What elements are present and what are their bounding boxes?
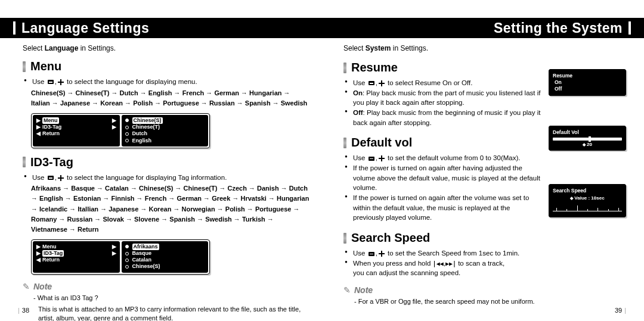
radio-icon: [125, 252, 129, 255]
right-body: Resume Use , to select Resume On or Off.…: [343, 52, 626, 308]
section-mark-icon: [23, 61, 26, 72]
id3-language-chain: Afrikaans → Basque → Catalan → Chinese(S…: [23, 183, 310, 234]
manual-spread: Language Settings Select Language in Set…: [0, 0, 644, 321]
section-mark-icon: [343, 233, 346, 244]
resume-lcd: Resume On Off: [549, 69, 626, 96]
section-defaultvol-title: Default vol: [343, 136, 541, 149]
header-pipe-icon: [628, 21, 631, 35]
menu-bullet-1: Use , to select the language for display…: [24, 77, 310, 87]
header-bar-right: Setting the System: [322, 18, 644, 38]
lcd-menu-left: ▶Menu▶ ▶ID3-Tag▶ ◀Return: [33, 115, 120, 147]
plus-icon: [379, 155, 385, 161]
radio-icon: [125, 119, 129, 122]
resume-bullets: Use , to select Resume On or Off. On: Pl…: [343, 78, 541, 127]
lcd-id3-right: Afrikaans Basque Catalan Chinese(S): [122, 241, 209, 273]
id3-lcd-display: ▶Menu▶ ▶ID3-Tag▶ ◀Return Afrikaans Basqu…: [31, 239, 210, 275]
pencil-icon: ✎: [343, 285, 351, 295]
section-id3-title: ID3-Tag: [23, 155, 310, 169]
page-number-right: 39|: [615, 307, 626, 314]
header-title-left: Language Settings: [21, 20, 149, 36]
header-title-right: Setting the System: [494, 20, 623, 36]
searchspeed-lcd: Search Speed Value : 10sec: [549, 184, 626, 217]
subtext-left: Select Language in Settings.: [23, 44, 310, 52]
id3-bullet-1: Use , to select the language for display…: [24, 173, 310, 183]
rewind-icon: |◀◀: [433, 260, 444, 267]
radio-icon: [125, 245, 129, 248]
minus-icon: [369, 81, 374, 85]
fastforward-icon: ▶▶|: [445, 260, 456, 267]
section-mark-icon: [343, 138, 346, 148]
section-mark-icon: [343, 63, 346, 73]
section-menu-title: Menu: [23, 60, 310, 73]
minus-icon: [48, 176, 54, 180]
note-block-left: ✎ Note: [23, 282, 310, 291]
right-screens-column: Resume On Off Default Vol 20 Search Spee…: [549, 52, 626, 308]
updown-icon: [570, 195, 574, 201]
page-number-left: |38: [18, 307, 29, 314]
page-right: Setting the System Select System in Sett…: [322, 0, 644, 321]
header-pipe-icon: [13, 21, 16, 35]
menu-language-chain: Chinese(S) → Chinese(T) → Dutch → Englis…: [23, 88, 310, 108]
plus-icon: [58, 175, 64, 181]
minus-icon: [369, 157, 374, 161]
section-resume-title: Resume: [343, 61, 541, 74]
note-text-right: - For a VBR or Ogg file, the search spee…: [343, 297, 541, 306]
radio-icon: [125, 258, 129, 262]
radio-icon: [125, 139, 129, 142]
radio-icon: [125, 132, 129, 136]
plus-icon: [379, 80, 385, 86]
menu-lcd-display: ▶Menu▶ ▶ID3-Tag▶ ◀Return Chinese(S) Chin…: [31, 113, 210, 148]
searchspeed-bullets: Use , to set the Search Speed from 1sec …: [343, 248, 541, 278]
radio-icon: [125, 265, 129, 269]
menu-bullets: Use , to select the language for display…: [23, 77, 310, 87]
subtext-right: Select System in Settings.: [343, 44, 626, 52]
pencil-icon: ✎: [23, 282, 30, 291]
defaultvol-lcd: Default Vol 20: [549, 126, 626, 151]
minus-icon: [48, 80, 54, 84]
header-bar-left: Language Settings: [0, 18, 322, 38]
note-text-left: - What is an ID3 Tag ? This is what is a…: [23, 294, 310, 321]
plus-icon: [58, 79, 64, 85]
lcd-id3-left: ▶Menu▶ ▶ID3-Tag▶ ◀Return: [33, 241, 120, 273]
note-block-right: ✎ Note: [343, 285, 541, 295]
lcd-menu-right: Chinese(S) Chinese(T) Dutch English: [122, 115, 209, 147]
radio-icon: [125, 126, 129, 129]
minus-icon: [369, 252, 374, 256]
id3-bullets: Use , to select the language for display…: [23, 173, 310, 183]
plus-icon: [379, 251, 385, 257]
section-searchspeed-title: Search Speed: [343, 231, 541, 245]
page-left: Language Settings Select Language in Set…: [0, 0, 322, 321]
updown-icon: [583, 142, 587, 147]
defaultvol-bullets: Use , to set the default volume from 0 t…: [343, 153, 541, 223]
section-mark-icon: [23, 157, 26, 167]
